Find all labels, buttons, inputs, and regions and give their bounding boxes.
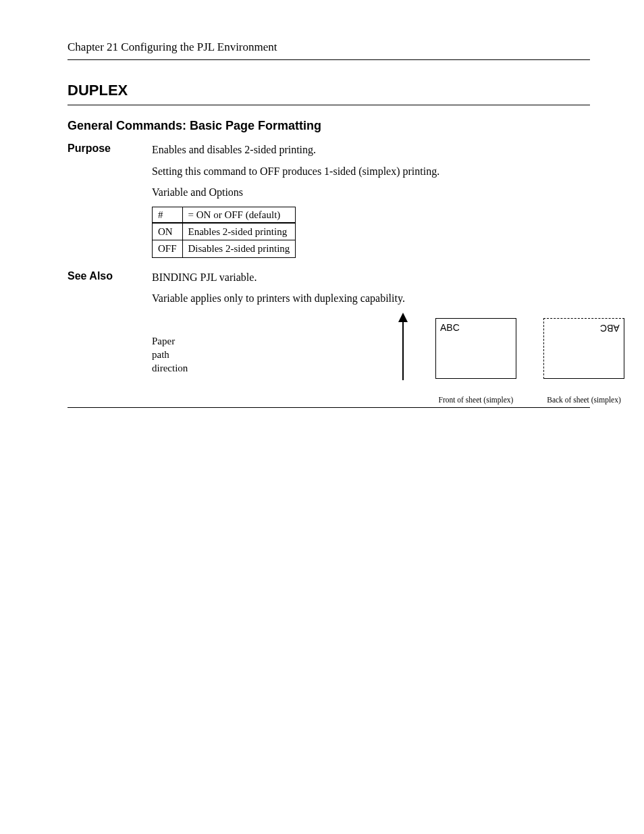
- table-header-col2: = ON or OFF (default): [182, 207, 296, 223]
- figure: Paper path direction ABC ABC Front of sh…: [152, 313, 590, 400]
- table-row: OFF Disables 2-sided printing: [153, 240, 296, 257]
- subsection-heading: General Commands: Basic Page Formatting: [68, 119, 590, 133]
- caption-front: Front of sheet (simplex): [429, 395, 523, 406]
- see-also-line-1: BINDING PJL variable.: [152, 270, 590, 285]
- table-header-row: # = ON or OFF (default): [153, 207, 296, 223]
- purpose-line-3: Variable and Options: [152, 185, 590, 200]
- options-table: # = ON or OFF (default) ON Enables 2-sid…: [152, 207, 296, 258]
- table-cell-key: ON: [153, 223, 183, 240]
- table-cell-key: OFF: [153, 240, 183, 257]
- divider-top: [68, 59, 590, 60]
- table-row: ON Enables 2-sided printing: [153, 223, 296, 240]
- page-title: DUPLEX: [68, 82, 590, 99]
- divider-under-title: [68, 105, 590, 105]
- divider-bottom: [68, 407, 590, 408]
- purpose-label: Purpose: [68, 142, 152, 155]
- svg-marker-1: [398, 313, 408, 322]
- chapter-header: Chapter 21 Configuring the PJL Environme…: [68, 41, 590, 54]
- see-also-line-2: Variable applies only to printers with d…: [152, 291, 590, 306]
- see-also-body: BINDING PJL variable. Variable applies o…: [152, 270, 590, 400]
- see-also-label: See Also: [68, 270, 152, 282]
- sheet-back-text: ABC: [600, 321, 620, 334]
- purpose-line-1: Enables and disables 2-sided printing.: [152, 142, 590, 157]
- arrow-up-icon: [396, 313, 410, 380]
- table-cell-value: Disables 2-sided printing: [182, 240, 296, 257]
- table-header-col1: #: [153, 207, 183, 223]
- sheet-front: ABC: [435, 318, 516, 379]
- table-cell-value: Enables 2-sided printing: [182, 223, 296, 240]
- sheet-back: ABC: [543, 318, 624, 379]
- caption-back: Back of sheet (simplex): [537, 395, 631, 406]
- sheet-front-text: ABC: [440, 321, 460, 334]
- purpose-body: Enables and disables 2-sided printing. S…: [152, 142, 590, 258]
- paper-path-label: Paper path direction: [152, 334, 188, 375]
- purpose-line-2: Setting this command to OFF produces 1-s…: [152, 164, 590, 179]
